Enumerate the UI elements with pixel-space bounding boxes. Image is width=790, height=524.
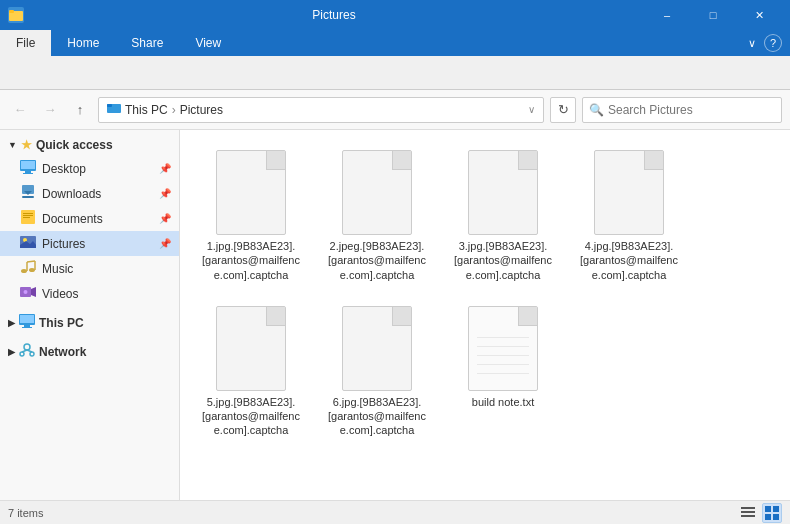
svg-rect-30 xyxy=(22,327,32,328)
view-controls xyxy=(738,503,782,523)
file-item[interactable]: 2.jpeg.[9B83AE23].[garantos@mailfence.co… xyxy=(322,146,432,286)
list-view-button[interactable] xyxy=(738,503,758,523)
svg-line-23 xyxy=(27,261,35,262)
status-bar: 7 items xyxy=(0,500,790,524)
file-page xyxy=(216,150,286,235)
address-path[interactable]: This PC › Pictures ∨ xyxy=(98,97,544,123)
chevron-right-icon-network: ▶ xyxy=(8,347,15,357)
title-bar-icons xyxy=(8,7,24,23)
file-icon xyxy=(468,150,538,235)
svg-rect-14 xyxy=(23,215,33,216)
svg-rect-6 xyxy=(21,161,35,169)
file-item[interactable]: 3.jpg.[9B83AE23].[garantos@mailfence.com… xyxy=(448,146,558,286)
file-icon xyxy=(216,150,286,235)
file-name: 5.jpg.[9B83AE23].[garantos@mailfence.com… xyxy=(200,395,302,438)
quick-access-section: ▼ ★ Quick access Desktop 📌 Downloads 📌 xyxy=(0,134,179,306)
file-item[interactable]: 4.jpg.[9B83AE23].[garantos@mailfence.com… xyxy=(574,146,684,286)
pin-icon-pictures: 📌 xyxy=(159,238,171,249)
path-chevron: › xyxy=(172,103,176,117)
grid-view-button[interactable] xyxy=(762,503,782,523)
svg-rect-11 xyxy=(22,196,34,198)
pin-icon-downloads: 📌 xyxy=(159,188,171,199)
svg-rect-37 xyxy=(741,511,755,513)
svg-point-31 xyxy=(24,344,30,350)
svg-line-35 xyxy=(27,350,32,352)
path-dropdown[interactable]: ∨ xyxy=(528,104,535,115)
videos-icon xyxy=(20,285,36,302)
sidebar-item-documents[interactable]: Documents 📌 xyxy=(0,206,179,231)
search-input[interactable] xyxy=(608,103,775,117)
sidebar-item-desktop-label: Desktop xyxy=(42,162,86,176)
back-button[interactable]: ← xyxy=(8,98,32,122)
svg-rect-36 xyxy=(741,507,755,509)
file-item[interactable]: 6.jpg.[9B83AE23].[garantos@mailfence.com… xyxy=(322,302,432,442)
file-name: 4.jpg.[9B83AE23].[garantos@mailfence.com… xyxy=(578,239,680,282)
file-page xyxy=(468,306,538,391)
svg-rect-4 xyxy=(107,104,112,107)
minimize-button[interactable]: – xyxy=(644,0,690,30)
tab-view[interactable]: View xyxy=(179,30,237,56)
file-name: 3.jpg.[9B83AE23].[garantos@mailfence.com… xyxy=(452,239,554,282)
file-icon xyxy=(216,306,286,391)
file-page xyxy=(216,306,286,391)
svg-rect-15 xyxy=(23,217,30,218)
network-label: Network xyxy=(39,345,86,359)
window-title: Pictures xyxy=(24,8,644,22)
path-pictures[interactable]: Pictures xyxy=(180,103,223,117)
help-button[interactable]: ? xyxy=(764,34,782,52)
svg-rect-2 xyxy=(9,10,14,13)
svg-rect-7 xyxy=(25,171,31,173)
sidebar-item-downloads[interactable]: Downloads 📌 xyxy=(0,181,179,206)
search-box[interactable]: 🔍 xyxy=(582,97,782,123)
file-item[interactable]: build note.txt xyxy=(448,302,558,442)
sidebar-item-pictures[interactable]: Pictures 📌 xyxy=(0,231,179,256)
thispc-label: This PC xyxy=(39,316,84,330)
sidebar-item-videos[interactable]: Videos xyxy=(0,281,179,306)
svg-point-19 xyxy=(21,269,27,273)
tab-file[interactable]: File xyxy=(0,30,51,56)
file-grid: 1.jpg.[9B83AE23].[garantos@mailfence.com… xyxy=(196,146,774,442)
up-button[interactable]: ↑ xyxy=(68,98,92,122)
tab-home[interactable]: Home xyxy=(51,30,115,56)
maximize-button[interactable]: □ xyxy=(690,0,736,30)
file-item[interactable]: 5.jpg.[9B83AE23].[garantos@mailfence.com… xyxy=(196,302,306,442)
sidebar-item-music[interactable]: Music xyxy=(0,256,179,281)
quick-access-label: Quick access xyxy=(36,138,113,152)
file-page xyxy=(342,306,412,391)
file-item[interactable]: 1.jpg.[9B83AE23].[garantos@mailfence.com… xyxy=(196,146,306,286)
file-name: 1.jpg.[9B83AE23].[garantos@mailfence.com… xyxy=(200,239,302,282)
svg-point-20 xyxy=(29,268,35,272)
file-area: 1.jpg.[9B83AE23].[garantos@mailfence.com… xyxy=(180,130,790,500)
close-button[interactable]: ✕ xyxy=(736,0,782,30)
svg-rect-40 xyxy=(773,506,779,512)
quick-access-header[interactable]: ▼ ★ Quick access xyxy=(0,134,179,156)
file-page xyxy=(468,150,538,235)
file-name: 2.jpeg.[9B83AE23].[garantos@mailfence.co… xyxy=(326,239,428,282)
sidebar: ▼ ★ Quick access Desktop 📌 Downloads 📌 xyxy=(0,130,180,500)
address-bar: ← → ↑ This PC › Pictures ∨ ↻ 🔍 xyxy=(0,90,790,130)
chevron-down-icon: ▼ xyxy=(8,140,17,150)
forward-button[interactable]: → xyxy=(38,98,62,122)
sidebar-item-desktop[interactable]: Desktop 📌 xyxy=(0,156,179,181)
thispc-icon xyxy=(19,314,35,331)
star-icon: ★ xyxy=(21,138,32,152)
network-header[interactable]: ▶ Network xyxy=(0,339,179,364)
chevron-right-icon: ▶ xyxy=(8,318,15,328)
file-icon xyxy=(468,306,538,391)
refresh-button[interactable]: ↻ xyxy=(550,97,576,123)
thispc-header[interactable]: ▶ This PC xyxy=(0,310,179,335)
svg-rect-8 xyxy=(23,173,33,174)
search-icon: 🔍 xyxy=(589,103,604,117)
svg-rect-13 xyxy=(23,213,33,214)
sidebar-item-downloads-label: Downloads xyxy=(42,187,101,201)
file-name: build note.txt xyxy=(472,395,534,409)
ribbon-tabs: File Home Share View ∨ ? xyxy=(0,30,790,56)
tab-share[interactable]: Share xyxy=(115,30,179,56)
pin-icon: 📌 xyxy=(159,163,171,174)
svg-rect-38 xyxy=(741,515,755,517)
svg-rect-28 xyxy=(20,315,34,323)
file-icon xyxy=(342,150,412,235)
expand-ribbon-button[interactable]: ∨ xyxy=(748,37,756,50)
path-thispc[interactable]: This PC xyxy=(125,103,168,117)
svg-point-32 xyxy=(20,352,24,356)
